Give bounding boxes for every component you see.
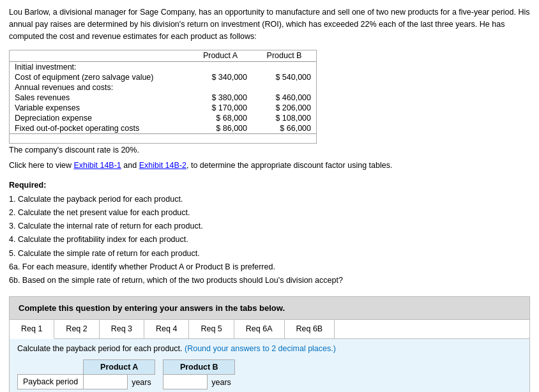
exhibit-suffix: , to determine the appropriate discount … xyxy=(186,161,392,170)
row-sales-a: $ 380,000 xyxy=(188,93,252,103)
instruction-note: (Round your answers to 2 decimal places.… xyxy=(185,344,336,353)
exhibit-prefix: Click here to view xyxy=(9,161,72,170)
row-annual-b xyxy=(252,82,316,93)
tabs-row: Req 1 Req 2 Req 3 Req 4 Req 5 Req 6A Req… xyxy=(10,320,529,339)
exhibit-and-text: and xyxy=(123,161,137,170)
exhibit-text: Click here to view Exhibit 14B-1 and Exh… xyxy=(9,161,530,170)
header-label-col xyxy=(10,50,188,62)
unit-label-a: years xyxy=(128,375,155,389)
row-depreciation-a: $ 68,000 xyxy=(188,113,252,123)
row-equipment-a: $ 340,000 xyxy=(188,72,252,82)
tab-req2[interactable]: Req 2 xyxy=(54,320,99,338)
row-initial-investment-b xyxy=(252,62,316,73)
required-item-3: 3. Calculate the internal rate of return… xyxy=(9,222,203,230)
header-product-a: Product A xyxy=(188,50,252,62)
row-sales-b: $ 460,000 xyxy=(252,93,316,103)
table-row: Depreciation expense $ 68,000 $ 108,000 xyxy=(10,113,316,123)
answer-data-row: Payback period years years xyxy=(18,375,235,389)
row-depreciation-label: Depreciation expense xyxy=(10,113,188,123)
row-initial-investment-a xyxy=(188,62,252,73)
empty-corner xyxy=(18,360,84,375)
tab-req6a[interactable]: Req 6A xyxy=(234,320,285,338)
data-table-container: Product A Product B Initial investment: … xyxy=(9,50,317,144)
row-annual-a xyxy=(188,82,252,93)
tab-req5[interactable]: Req 5 xyxy=(189,320,234,338)
row-variable-label: Variable expenses xyxy=(10,103,188,113)
exhibit-14b1-link[interactable]: Exhibit 14B-1 xyxy=(73,161,121,170)
payback-period-a-input[interactable] xyxy=(86,377,125,386)
tab-req4[interactable]: Req 4 xyxy=(144,320,189,338)
row-equipment-label: Cost of equipment (zero salvage value) xyxy=(10,72,188,82)
answer-header-row: Product A Product B xyxy=(18,360,235,375)
product-data-table: Product A Product B Initial investment: … xyxy=(10,50,316,134)
tab-instruction: Calculate the payback period for each pr… xyxy=(17,344,522,353)
table-row: Initial investment: xyxy=(10,62,316,73)
table-row: Variable expenses $ 170,000 $ 206,000 xyxy=(10,103,316,113)
row-variable-a: $ 170,000 xyxy=(188,103,252,113)
required-item-6b: 6b. Based on the simple rate of return, … xyxy=(9,276,343,285)
complete-box-text: Complete this question by entering your … xyxy=(19,303,285,313)
row-initial-investment-label: Initial investment: xyxy=(10,62,188,73)
unit-label-b: years xyxy=(208,375,235,389)
row-sales-label: Sales revenues xyxy=(10,93,188,103)
required-item-6a: 6a. For each measure, identify whether P… xyxy=(9,262,275,271)
row-annual-label: Annual revenues and costs: xyxy=(10,82,188,93)
discount-rate-text: The company's discount rate is 20%. xyxy=(9,146,530,155)
tab-req6b[interactable]: Req 6B xyxy=(285,320,335,338)
col-header-product-b: Product B xyxy=(163,360,235,375)
row-equipment-b: $ 540,000 xyxy=(252,72,316,82)
tab-content-area: Calculate the payback period for each pr… xyxy=(10,339,529,392)
answer-table: Product A Product B Payback period years… xyxy=(17,359,235,389)
instruction-main: Calculate the payback period for each pr… xyxy=(17,344,183,353)
payback-period-b-input[interactable] xyxy=(166,377,204,386)
exhibit-14b2-link[interactable]: Exhibit 14B-2 xyxy=(139,161,186,170)
required-item-2: 2. Calculate the net present value for e… xyxy=(9,208,190,217)
table-row: Cost of equipment (zero salvage value) $… xyxy=(10,72,316,82)
row-fixed-a: $ 86,000 xyxy=(188,123,252,134)
intro-paragraph: Lou Barlow, a divisional manager for Sag… xyxy=(9,6,530,42)
required-section: Required: 1. Calculate the payback perio… xyxy=(9,179,530,287)
row-fixed-label: Fixed out-of-pocket operating costs xyxy=(10,123,188,134)
tab-req3[interactable]: Req 3 xyxy=(100,320,144,338)
row-fixed-b: $ 66,000 xyxy=(252,123,316,134)
complete-box: Complete this question by entering your … xyxy=(9,296,530,320)
row-variable-b: $ 206,000 xyxy=(252,103,316,113)
payback-period-label: Payback period xyxy=(18,375,84,389)
col-header-product-a: Product A xyxy=(84,360,155,375)
table-row: Fixed out-of-pocket operating costs $ 86… xyxy=(10,123,316,134)
tabs-container: Req 1 Req 2 Req 3 Req 4 Req 5 Req 6A Req… xyxy=(9,320,530,392)
header-product-b: Product B xyxy=(252,50,316,62)
tab-req1[interactable]: Req 1 xyxy=(10,320,54,339)
required-item-1: 1. Calculate the payback period for each… xyxy=(9,195,183,204)
payback-period-b-input-cell[interactable] xyxy=(163,375,208,389)
required-item-4: 4. Calculate the profitability index for… xyxy=(9,235,188,244)
required-item-5: 5. Calculate the simple rate of return f… xyxy=(9,249,200,258)
row-spacer xyxy=(155,375,163,389)
required-heading: Required: xyxy=(9,181,46,190)
payback-period-a-input-cell[interactable] xyxy=(84,375,128,389)
col-spacer xyxy=(155,360,163,375)
row-depreciation-b: $ 108,000 xyxy=(252,113,316,123)
table-row: Annual revenues and costs: xyxy=(10,82,316,93)
table-header-row: Product A Product B xyxy=(10,50,316,62)
table-row: Sales revenues $ 380,000 $ 460,000 xyxy=(10,93,316,103)
